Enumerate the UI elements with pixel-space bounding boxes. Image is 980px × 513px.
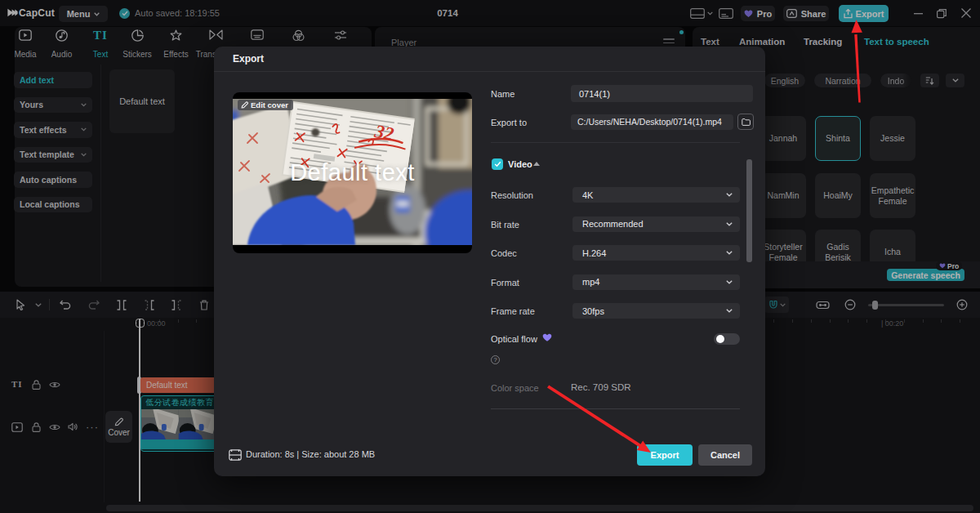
resolution-label: Resolution [491,190,533,200]
browse-folder-button[interactable] [737,114,754,130]
export-path-input[interactable]: C:/Users/NEHA/Desktop/0714(1).mp4 [571,114,733,130]
dialog-title-divider [214,71,765,72]
name-label: Name [491,89,514,99]
check-icon [494,161,501,167]
color-space-value: Rec. 709 SDR [571,382,631,392]
dialog-scrollbar[interactable] [746,159,752,262]
pencil-icon [241,101,248,109]
name-input[interactable]: 0714(1) [571,85,753,102]
chevron-down-icon [726,222,733,226]
film-icon [229,449,242,461]
export-to-label: Export to [491,118,527,127]
bitrate-dropdown[interactable]: Recommended [572,216,740,232]
chevron-down-icon [726,193,733,197]
svg-text:32: 32 [372,121,396,145]
format-dropdown[interactable]: mp4 [572,274,740,290]
resolution-dropdown[interactable]: 4K [572,187,740,203]
bitrate-label: Bit rate [491,220,519,230]
duration-size-info: Duration: 8s | Size: about 28 MB [246,449,375,459]
codec-label: Codec [491,248,517,258]
chevron-down-icon [726,309,733,313]
form-divider-bottom [491,408,740,409]
export-dialog-title: Export [233,47,264,71]
dialog-cancel-button[interactable]: Cancel [698,444,752,466]
color-space-label: Color space [491,383,539,393]
dialog-export-button[interactable]: Export [637,444,693,466]
video-section-label: Video [508,159,532,169]
format-label: Format [491,278,519,288]
collapse-video-icon[interactable] [533,162,540,166]
folder-icon [742,118,751,126]
chevron-down-icon [726,280,733,284]
help-icon[interactable]: ? [491,355,500,364]
optical-flow-pro-icon [542,333,552,342]
framerate-dropdown[interactable]: 30fps [572,303,740,319]
form-divider-top [491,142,740,143]
optical-flow-label: Optical flow [491,334,537,344]
capcut-app: CapCut Menu Auto saved: 18:19:55 0714 Pr… [0,0,980,513]
preview-overlay-text: Default text [233,159,472,186]
framerate-label: Frame rate [491,306,535,316]
chevron-down-icon [726,251,733,255]
codec-dropdown[interactable]: H.264 [572,245,740,261]
edit-cover-button[interactable]: Edit cover [238,100,293,110]
video-checkbox[interactable] [492,158,503,170]
